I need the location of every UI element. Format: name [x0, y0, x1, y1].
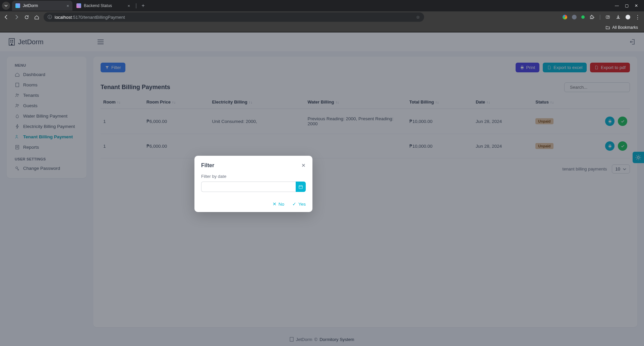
- tab-title: Backend Status: [84, 3, 112, 8]
- modal-title: Filter: [201, 162, 214, 168]
- bookmarks-bar: All Bookmarks: [0, 23, 644, 32]
- extensions-icon[interactable]: [589, 14, 595, 20]
- forward-button[interactable]: [13, 14, 19, 20]
- browser-toolbar: ⓘ localhost:5170/tenantBillingPayment ☆ …: [0, 11, 644, 23]
- close-icon[interactable]: ×: [66, 3, 69, 8]
- back-button[interactable]: [3, 14, 9, 20]
- button-label: No: [279, 202, 284, 207]
- url-text: localhost:5170/tenantBillingPayment: [55, 15, 125, 20]
- folder-icon: [605, 25, 610, 30]
- window-controls: — ▢ ✕: [615, 3, 642, 8]
- modal-close-button[interactable]: ✕: [301, 162, 306, 168]
- extension-icon[interactable]: [581, 15, 585, 19]
- modal-yes-button[interactable]: ✓Yes: [292, 201, 306, 207]
- browser-tab-strip: JetDorm × Backend Status × | + — ▢ ✕: [0, 0, 644, 11]
- download-icon[interactable]: [616, 14, 621, 20]
- app-shell: JetDorm MENU Dashboard Rooms Tenants Gue…: [0, 32, 644, 346]
- modal-field-label: Filter by date: [201, 174, 306, 179]
- new-tab-button[interactable]: +: [138, 3, 148, 9]
- favicon-icon: [15, 3, 20, 8]
- date-picker-button[interactable]: [296, 182, 306, 192]
- all-bookmarks-label: All Bookmarks: [612, 25, 638, 30]
- modal-no-button[interactable]: ✕No: [273, 201, 284, 207]
- tab-title: JetDorm: [23, 3, 38, 8]
- modal-overlay[interactable]: [0, 32, 644, 346]
- minimize-icon[interactable]: —: [615, 3, 619, 8]
- home-button[interactable]: [34, 14, 40, 20]
- address-bar[interactable]: ⓘ localhost:5170/tenantBillingPayment ☆: [44, 12, 424, 22]
- media-icon[interactable]: [605, 14, 611, 20]
- tab-search-button[interactable]: [2, 2, 10, 10]
- browser-tab-active[interactable]: JetDorm ×: [12, 1, 72, 11]
- close-icon: ✕: [273, 201, 277, 207]
- separator: |: [135, 3, 137, 9]
- filter-date-input[interactable]: [201, 182, 296, 192]
- close-icon[interactable]: ×: [127, 3, 130, 8]
- check-icon: ✓: [292, 201, 296, 207]
- bookmark-star-icon[interactable]: ☆: [416, 15, 420, 20]
- chevron-down-icon: [4, 4, 8, 7]
- maximize-icon[interactable]: ▢: [625, 3, 629, 8]
- separator: |: [599, 14, 601, 20]
- reload-button[interactable]: [23, 14, 30, 20]
- toolbar-right: | ⋮: [563, 14, 641, 20]
- button-label: Yes: [298, 202, 306, 207]
- favicon-icon: [76, 3, 81, 8]
- all-bookmarks-button[interactable]: All Bookmarks: [605, 25, 638, 30]
- filter-modal: Filter ✕ Filter by date ✕No ✓Yes: [194, 156, 312, 212]
- svg-rect-27: [299, 185, 303, 189]
- profile-avatar[interactable]: [626, 15, 630, 19]
- site-info-icon[interactable]: ⓘ: [48, 14, 52, 20]
- close-window-icon[interactable]: ✕: [635, 3, 638, 8]
- extension-icon[interactable]: [572, 15, 577, 19]
- kebab-menu-icon[interactable]: ⋮: [635, 14, 641, 20]
- extension-icon[interactable]: [563, 15, 567, 19]
- date-field: [201, 182, 306, 192]
- browser-tab-inactive[interactable]: Backend Status ×: [73, 1, 133, 11]
- calendar-icon: [298, 185, 303, 189]
